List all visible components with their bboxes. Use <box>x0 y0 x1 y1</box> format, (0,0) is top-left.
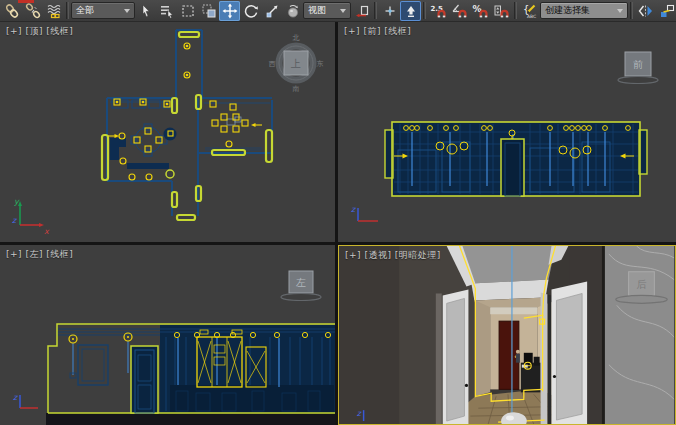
cursor-arrow-icon <box>143 5 149 17</box>
select-and-scale-button[interactable] <box>261 1 282 21</box>
chevron-down-icon <box>617 9 623 16</box>
spinner-icon <box>495 6 501 15</box>
toolbar-separator <box>374 2 377 19</box>
axis-x-label: x <box>44 227 50 236</box>
angle-icon <box>453 5 460 12</box>
angle-snap-toggle-icon[interactable] <box>449 1 470 21</box>
select-by-name-icon[interactable] <box>156 1 177 21</box>
waves-icon <box>48 5 60 17</box>
chain-icon <box>5 3 18 17</box>
viewcube[interactable]: 左 <box>281 271 321 301</box>
viewport-perspective[interactable]: [+] [透视] [明暗处理] <box>338 245 676 425</box>
magnet-icon <box>438 10 445 17</box>
corridor-scene <box>340 246 674 424</box>
align-icon <box>661 5 674 17</box>
viewport-front[interactable]: [+] [前] [线框] <box>338 22 676 242</box>
viewport-perspective-label[interactable]: [+] [透视] [明暗处理] <box>345 249 441 262</box>
elevation-body <box>46 324 335 425</box>
axis-z-label: z <box>351 205 356 214</box>
floor-plan-furniture <box>110 100 262 169</box>
move-cross-icon <box>222 3 237 18</box>
center-door <box>501 130 524 196</box>
viewcube-face-label: 后 <box>637 279 647 290</box>
compass-north-label[interactable]: 北 <box>293 34 300 42</box>
select-and-rotate-button[interactable] <box>240 1 261 21</box>
mirror-arrows-icon <box>639 5 652 16</box>
viewport-top-label[interactable]: [+] [顶] [线框] <box>6 25 73 38</box>
chevron-down-icon <box>124 9 130 16</box>
keyboard-shortcut-override-toggle[interactable] <box>400 1 421 21</box>
viewport-top[interactable]: [+] [顶] [线框] <box>0 22 335 242</box>
light-icons <box>108 43 262 180</box>
select-and-link-icon[interactable] <box>1 1 22 21</box>
chevron-down-icon <box>340 9 346 16</box>
viewcube-face-label: 左 <box>296 277 306 288</box>
axis-z-label: z <box>13 393 18 402</box>
named-selection-set-dropdown[interactable]: 创建选择集 <box>540 2 628 19</box>
percent-snap-toggle-icon[interactable]: % <box>470 1 491 21</box>
door <box>131 346 158 413</box>
window-crossing-toggle-icon[interactable] <box>198 1 219 21</box>
edit-named-selection-sets-icon[interactable]: { ABC <box>519 1 540 21</box>
named-selection-set-value: 创建选择集 <box>545 4 590 17</box>
use-pivot-center-icon[interactable] <box>351 1 372 21</box>
viewcube-face-label: 前 <box>633 59 643 70</box>
viewport-left-label[interactable]: [+] [左] [线框] <box>6 248 73 261</box>
select-and-place-button[interactable] <box>282 1 303 21</box>
viewport-front-label[interactable]: [+] [前] [线框] <box>344 25 411 38</box>
scale-arrow-icon <box>267 5 278 17</box>
viewport-area: [+] [顶] [线框] <box>0 22 676 425</box>
magnet-icon <box>501 10 508 17</box>
compass-east-label[interactable]: 东 <box>317 60 324 68</box>
select-and-move-button[interactable] <box>219 1 240 21</box>
viewcube[interactable]: 上 北 东 南 西 <box>269 34 324 93</box>
axis-tripod: z <box>13 393 38 408</box>
abc-label: ABC <box>527 14 536 19</box>
align-button[interactable] <box>656 1 676 21</box>
rotate-circle-icon <box>245 5 257 16</box>
manipulate-cross-icon <box>385 6 394 15</box>
magnet-icon <box>459 10 466 17</box>
broken-chain-icon <box>25 3 40 18</box>
floor-plan-walls <box>107 30 272 216</box>
rectangular-selection-region-icon[interactable] <box>177 1 198 21</box>
compass-west-label[interactable]: 西 <box>269 60 276 68</box>
reference-coordinate-dropdown[interactable]: 视图 <box>303 2 351 19</box>
list-cursor-icon <box>161 6 173 18</box>
overlap-squares-icon <box>203 5 215 17</box>
compass-south-label[interactable]: 南 <box>293 85 300 93</box>
bind-to-spacewarp-icon[interactable] <box>43 1 64 21</box>
sphere-icon <box>288 5 298 17</box>
titlebar-fragment <box>18 0 34 3</box>
toolbar-separator <box>66 2 69 19</box>
dashed-rect-icon <box>183 6 193 16</box>
up-arrow-icon <box>407 6 415 17</box>
toolbar-separator <box>514 2 517 19</box>
axis-z-label: z <box>12 216 17 225</box>
reference-coordinate-value: 视图 <box>308 4 326 17</box>
viewcube[interactable]: 前 <box>618 52 658 84</box>
selection-filter-value: 全部 <box>76 4 94 17</box>
pivot-arrow-icon <box>356 6 368 17</box>
viewcube-face-label: 上 <box>290 58 301 69</box>
mirror-button[interactable] <box>635 1 656 21</box>
viewport-left[interactable]: [+] [左] [线框] <box>0 245 335 425</box>
select-object-icon[interactable] <box>135 1 156 21</box>
picture-frame <box>78 345 108 385</box>
spinner-snap-toggle-icon[interactable] <box>491 1 512 21</box>
main-toolbar: 全部 <box>0 0 676 22</box>
snap-toggle-25-icon[interactable]: 2.5 <box>428 1 449 21</box>
axis-tripod: z <box>351 205 378 221</box>
selection-filter-dropdown[interactable]: 全部 <box>71 2 135 19</box>
world-axis-tripod: y x z <box>12 197 50 236</box>
unlink-selection-icon[interactable] <box>22 1 43 21</box>
toolbar-separator <box>630 2 633 19</box>
toolbar-separator <box>423 2 426 19</box>
magnet-icon <box>480 10 487 17</box>
select-and-manipulate-icon[interactable] <box>379 1 400 21</box>
